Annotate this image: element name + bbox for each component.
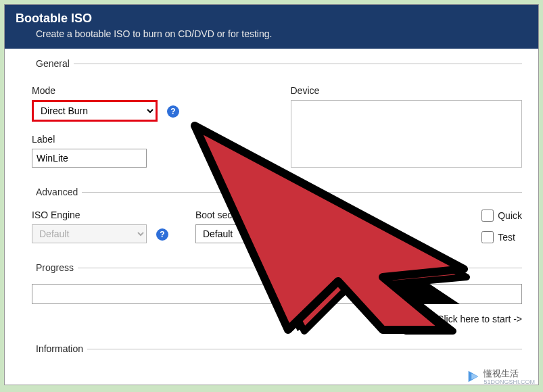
watermark: 懂视生活 51DONGSHI.COM <box>466 368 535 385</box>
label-label: Label <box>32 134 264 145</box>
progress-legend: Progress <box>32 262 78 273</box>
verify-checkbox[interactable]: Verify <box>339 231 379 243</box>
play-icon <box>466 369 481 384</box>
test-input[interactable] <box>481 231 494 243</box>
test-checkbox[interactable]: Test <box>481 231 522 243</box>
mode-highlight: Direct Burn <box>32 100 158 122</box>
label-input[interactable] <box>32 149 147 168</box>
start-link[interactable]: Click here to start -> <box>32 314 522 324</box>
boot-sector-select[interactable]: Default <box>195 224 290 243</box>
app-window: Bootable ISO Create a bootable ISO to bu… <box>4 4 539 385</box>
content-area: General Mode Direct Burn ? Label Device <box>5 49 538 362</box>
help-icon[interactable]: ? <box>300 228 312 241</box>
verify-input[interactable] <box>339 231 351 243</box>
progress-group: Progress Click here to start -> <box>32 262 522 337</box>
watermark-url: 51DONGSHI.COM <box>483 378 535 385</box>
mode-label: Mode <box>32 85 264 96</box>
quick-checkbox[interactable]: Quick <box>481 210 522 222</box>
general-group: General Mode Direct Burn ? Label Device <box>32 58 522 180</box>
help-icon[interactable]: ? <box>167 105 179 118</box>
page-title: Bootable ISO <box>16 11 527 26</box>
information-legend: Information <box>32 343 87 354</box>
page-subtitle: Create a bootable ISO to burn on CD/DVD … <box>16 28 527 39</box>
device-label: Device <box>291 85 523 96</box>
general-legend: General <box>32 58 74 69</box>
title-bar: Bootable ISO Create a bootable ISO to bu… <box>5 5 538 49</box>
iso-engine-select: Default <box>32 224 147 243</box>
mode-select[interactable]: Direct Burn <box>34 102 156 120</box>
boot-sector-label: Boot sector <box>195 210 312 220</box>
advanced-legend: Advanced <box>32 187 82 197</box>
information-group: Information <box>32 349 522 362</box>
progress-bar <box>32 284 522 304</box>
iso-engine-label: ISO Engine <box>32 210 168 220</box>
help-icon[interactable]: ? <box>156 228 168 241</box>
device-list[interactable] <box>291 100 523 168</box>
quick-input[interactable] <box>481 210 494 222</box>
advanced-group: Advanced ISO Engine Default ? Boot secto… <box>32 187 522 255</box>
